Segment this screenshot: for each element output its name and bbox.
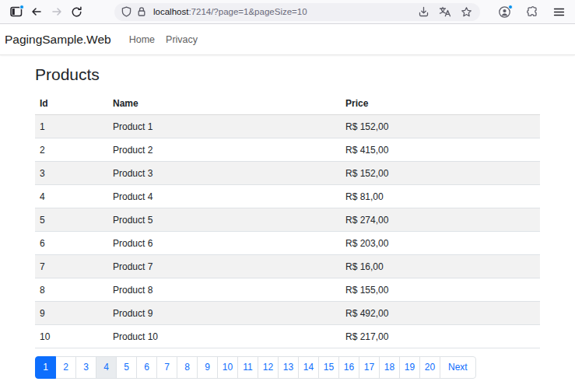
page-item: 4 [96, 356, 117, 379]
page-item: 1 [35, 356, 56, 379]
page-item: 2 [56, 356, 76, 379]
page-viewport: PagingSample.Web Home Privacy Products I… [0, 24, 575, 392]
save-page-icon[interactable] [418, 6, 429, 17]
column-header-id: Id [35, 93, 108, 115]
back-button[interactable] [26, 2, 46, 21]
page-button-6[interactable]: 6 [136, 356, 157, 379]
next-page-button[interactable]: Next [440, 356, 476, 379]
page-item: 18 [380, 356, 400, 379]
page-button-7[interactable]: 7 [156, 356, 177, 379]
cell-id: 2 [35, 138, 108, 162]
page-button-17[interactable]: 17 [359, 356, 380, 379]
cell-id: 9 [35, 302, 108, 325]
page-button-15[interactable]: 15 [318, 356, 339, 379]
pagination: 1 2 3 4 5 6 7 8 9 10 11 12 13 14 15 16 1… [35, 356, 476, 379]
cell-id: 7 [35, 255, 108, 278]
table-row: 9 Product 9 R$ 492,00 [35, 302, 540, 325]
page-item: 13 [279, 356, 299, 379]
page-button-18[interactable]: 18 [379, 356, 400, 379]
brand-link[interactable]: PagingSample.Web [5, 33, 111, 47]
page-item: 3 [76, 356, 96, 379]
reload-button[interactable] [67, 2, 86, 21]
cell-name: Product 3 [108, 162, 341, 185]
page-button-9[interactable]: 9 [197, 356, 218, 379]
page-button-5[interactable]: 5 [116, 356, 137, 379]
page-button-3[interactable]: 3 [75, 356, 96, 379]
page-item: 8 [177, 356, 198, 379]
cell-price: R$ 203,00 [341, 232, 540, 255]
cell-id: 8 [35, 278, 108, 302]
cell-price: R$ 81,00 [341, 185, 540, 208]
page-button-12[interactable]: 12 [258, 356, 279, 379]
page-button-14[interactable]: 14 [298, 356, 319, 379]
page-item: 16 [339, 356, 359, 379]
page-button-4[interactable]: 4 [96, 356, 117, 379]
cell-name: Product 8 [108, 278, 341, 302]
column-header-name: Name [108, 93, 341, 115]
forward-button[interactable] [47, 2, 66, 21]
address-bar[interactable]: localhost:7214/?page=1&pageSize=10 [114, 3, 480, 21]
products-table: Id Name Price 1 Product 1 R$ 152,00 2 Pr… [35, 93, 540, 348]
extensions-puzzle-icon[interactable] [522, 2, 542, 21]
cell-price: R$ 217,00 [341, 325, 540, 348]
products-table-body: 1 Product 1 R$ 152,00 2 Product 2 R$ 415… [35, 115, 540, 348]
cell-id: 6 [35, 232, 108, 255]
page-item: 15 [319, 356, 339, 379]
cell-name: Product 10 [108, 325, 341, 348]
page-title: Products [35, 65, 540, 84]
cell-id: 3 [35, 162, 108, 185]
page-item: 20 [420, 356, 440, 379]
nav-link-privacy[interactable]: Privacy [166, 34, 198, 45]
table-row: 10 Product 10 R$ 217,00 [35, 325, 540, 348]
site-navbar: PagingSample.Web Home Privacy [0, 24, 575, 55]
translate-icon[interactable] [439, 6, 451, 17]
page-button-19[interactable]: 19 [399, 356, 420, 379]
cell-price: R$ 274,00 [341, 208, 540, 232]
page-item: 7 [157, 356, 177, 379]
bookmark-star-icon[interactable] [461, 6, 472, 18]
cell-price: R$ 152,00 [341, 162, 540, 185]
cell-id: 4 [35, 185, 108, 208]
cell-name: Product 4 [108, 185, 341, 208]
cell-name: Product 9 [108, 302, 341, 325]
tracking-shield-icon[interactable] [121, 6, 131, 17]
page-item: 10 [218, 356, 238, 379]
menu-hamburger-icon[interactable] [549, 2, 569, 21]
page-item: 9 [198, 356, 218, 379]
table-row: 4 Product 4 R$ 81,00 [35, 185, 540, 208]
cell-price: R$ 16,00 [341, 255, 540, 278]
page-button-20[interactable]: 20 [419, 356, 440, 379]
page-item-next-slot: Next [440, 356, 476, 379]
table-row: 1 Product 1 R$ 152,00 [35, 115, 540, 138]
account-notification-dot [508, 5, 513, 9]
table-row: 5 Product 5 R$ 274,00 [35, 208, 540, 232]
page-item: 11 [238, 356, 258, 379]
cell-price: R$ 415,00 [341, 138, 540, 162]
cell-name: Product 1 [108, 115, 341, 138]
page-button-16[interactable]: 16 [338, 356, 359, 379]
page-button-13[interactable]: 13 [278, 356, 299, 379]
cell-id: 10 [35, 325, 108, 348]
lock-icon[interactable] [137, 6, 146, 17]
page-button-2[interactable]: 2 [55, 356, 76, 379]
table-row: 6 Product 6 R$ 203,00 [35, 232, 540, 255]
account-icon[interactable] [495, 2, 514, 21]
page-button-1[interactable]: 1 [35, 356, 56, 379]
browser-toolbar: localhost:7214/?page=1&pageSize=10 [0, 0, 575, 24]
table-header-row: Id Name Price [35, 93, 540, 115]
page-button-11[interactable]: 11 [237, 356, 258, 379]
page-item: 12 [258, 356, 279, 379]
url-host: localhost [153, 7, 188, 16]
cell-price: R$ 492,00 [341, 302, 540, 325]
table-row: 2 Product 2 R$ 415,00 [35, 138, 540, 162]
page-item: 6 [137, 356, 157, 379]
url-text[interactable]: localhost:7214/?page=1&pageSize=10 [153, 7, 307, 16]
page-button-8[interactable]: 8 [177, 356, 198, 379]
nav-link-home[interactable]: Home [129, 34, 155, 45]
page-item: 17 [359, 356, 380, 379]
page-button-10[interactable]: 10 [217, 356, 238, 379]
main-content: Products Id Name Price 1 Product 1 R$ 15… [35, 55, 540, 379]
cell-name: Product 2 [108, 138, 341, 162]
page-item: 5 [117, 356, 137, 379]
firefox-view-icon[interactable] [6, 2, 26, 21]
